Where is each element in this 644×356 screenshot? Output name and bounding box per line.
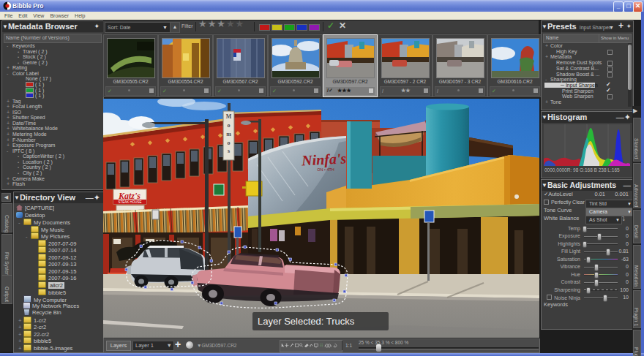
svg-text:o: o bbox=[228, 122, 231, 129]
svg-text:m: m bbox=[226, 131, 231, 137]
svg-text:Katz's: Katz's bbox=[118, 191, 141, 201]
svg-text:ON • 4TH: ON • 4TH bbox=[317, 167, 334, 172]
svg-text:o: o bbox=[228, 140, 231, 146]
svg-text:Layer Selected: Trucks: Layer Selected: Trucks bbox=[258, 316, 355, 327]
svg-text:STEAK HOUSE: STEAK HOUSE bbox=[118, 200, 141, 204]
svg-text:M: M bbox=[226, 113, 232, 120]
svg-text:Ninfa's: Ninfa's bbox=[301, 150, 347, 169]
svg-text:s: s bbox=[228, 148, 230, 154]
